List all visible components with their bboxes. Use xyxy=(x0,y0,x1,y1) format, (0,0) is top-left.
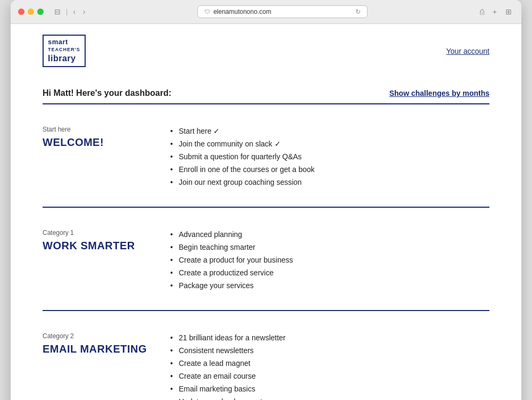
list-item: 21 brilliant ideas for a newsletter xyxy=(170,333,489,342)
list-item: Create a product for your business xyxy=(170,256,489,264)
maximize-button[interactable] xyxy=(37,9,44,15)
dashboard-greeting: Hi Matt! Here's your dashboard: xyxy=(43,88,171,98)
list-item: Create a lead magnet xyxy=(170,359,489,368)
list-item: Update your lead magnet xyxy=(170,397,489,400)
dashboard-top: Hi Matt! Here's your dashboard: Show cha… xyxy=(43,88,489,98)
section-welcome-title: WELCOME! xyxy=(43,136,149,149)
list-item: Join our next group coaching session xyxy=(170,178,489,186)
dashboard: Hi Matt! Here's your dashboard: Show cha… xyxy=(11,78,521,400)
share-button[interactable]: ⎙ xyxy=(478,6,486,17)
list-item: Advanced planning xyxy=(170,230,489,239)
list-item: Join the community on slack ✓ xyxy=(170,140,489,148)
account-link[interactable]: Your account xyxy=(446,47,489,55)
divider-2 xyxy=(43,207,489,208)
minimize-button[interactable] xyxy=(28,9,34,15)
section-welcome-left: Start here WELCOME! xyxy=(43,126,149,191)
logo-library: library xyxy=(48,53,80,64)
section-email-marketing-title: EMAIL MARKETING xyxy=(43,343,149,355)
list-item: Start here ✓ xyxy=(170,127,489,135)
list-item: Begin teaching smarter xyxy=(170,243,489,251)
site-header: smart teacher's library Your account xyxy=(11,24,521,78)
logo-area: smart teacher's library xyxy=(43,35,86,67)
browser-chrome: ⊟ | ‹ › 🛡 elenamutonono.com ↻ ⎙ + ⊞ xyxy=(11,0,521,24)
section-work-smarter: Category 1 WORK SMARTER Advanced plannin… xyxy=(43,218,489,310)
page-content: smart teacher's library Your account Hi … xyxy=(11,24,521,400)
divider-3 xyxy=(43,310,489,311)
list-item: Create an email course xyxy=(170,372,489,380)
traffic-lights xyxy=(18,9,44,15)
section-welcome: Start here WELCOME! Start here ✓ Join th… xyxy=(43,115,489,207)
sidebar-toggle-button[interactable]: ⊟ xyxy=(52,6,63,17)
section-work-smarter-items: Advanced planning Begin teaching smarter… xyxy=(170,229,489,294)
list-item: Consistent newsletters xyxy=(170,346,489,355)
top-divider xyxy=(43,103,489,104)
logo-smart: smart xyxy=(48,38,80,47)
section-work-smarter-category: Category 1 xyxy=(43,229,149,236)
list-item: Package your services xyxy=(170,281,489,290)
section-work-smarter-left: Category 1 WORK SMARTER xyxy=(43,229,149,294)
list-item: Create a productized service xyxy=(170,268,489,277)
shield-icon: 🛡 xyxy=(204,9,210,15)
back-button[interactable]: ‹ xyxy=(71,6,78,17)
grid-button[interactable]: ⊞ xyxy=(503,6,514,17)
site-logo[interactable]: smart teacher's library xyxy=(43,35,86,67)
list-item: Submit a question for quarterly Q&As xyxy=(170,152,489,161)
section-welcome-category: Start here xyxy=(43,126,149,133)
url-text: elenamutonono.com xyxy=(213,8,271,15)
forward-button[interactable]: › xyxy=(81,6,88,17)
section-welcome-items: Start here ✓ Join the community on slack… xyxy=(170,126,489,191)
list-item: Enroll in one of the courses or get a bo… xyxy=(170,165,489,174)
section-email-marketing: Category 2 EMAIL MARKETING 21 brilliant … xyxy=(43,322,489,400)
browser-window: ⊟ | ‹ › 🛡 elenamutonono.com ↻ ⎙ + ⊞ smar… xyxy=(11,0,521,400)
section-work-smarter-title: WORK SMARTER xyxy=(43,240,149,252)
section-email-marketing-category: Category 2 xyxy=(43,332,149,340)
close-button[interactable] xyxy=(18,9,24,15)
section-email-marketing-items: 21 brilliant ideas for a newsletter Cons… xyxy=(170,332,489,400)
section-email-marketing-left: Category 2 EMAIL MARKETING xyxy=(43,332,149,400)
new-tab-button[interactable]: + xyxy=(491,6,499,17)
logo-teacher: teacher's xyxy=(48,47,80,53)
address-bar-area: 🛡 elenamutonono.com ↻ xyxy=(93,5,472,18)
address-bar[interactable]: 🛡 elenamutonono.com ↻ xyxy=(197,5,368,18)
list-item: Email marketing basics xyxy=(170,385,489,393)
browser-controls: ⊟ | ‹ › xyxy=(52,6,87,17)
reload-icon[interactable]: ↻ xyxy=(355,8,361,15)
show-challenges-link[interactable]: Show challenges by months xyxy=(389,89,489,97)
browser-right-controls: ⎙ + ⊞ xyxy=(478,6,514,17)
